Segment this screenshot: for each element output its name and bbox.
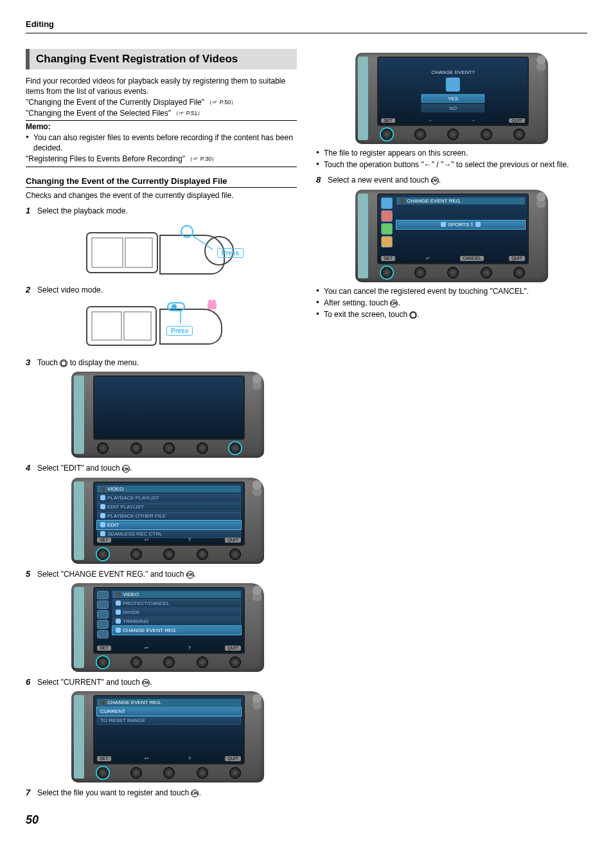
crossref-page: （☞ P.50） bbox=[206, 100, 236, 106]
hw-button[interactable] bbox=[130, 767, 142, 779]
softkey-back[interactable]: ↩ bbox=[139, 756, 154, 761]
memo-list: You can also register files to events be… bbox=[26, 132, 297, 153]
hw-button[interactable] bbox=[130, 656, 142, 668]
softkey-cancel[interactable]: CANCEL bbox=[460, 256, 483, 261]
softkey-set[interactable]: SET bbox=[381, 118, 395, 123]
hw-button[interactable] bbox=[447, 129, 459, 140]
hw-button[interactable] bbox=[481, 267, 492, 278]
softkey-quit[interactable]: QUIT bbox=[225, 646, 241, 651]
hardware-buttons bbox=[93, 764, 245, 779]
figure-step-1: Press bbox=[39, 220, 297, 280]
menu-item-selected[interactable]: CHANGE EVENT REG. bbox=[112, 626, 241, 635]
softkey-set[interactable]: SET bbox=[381, 256, 395, 261]
camcorder-icon bbox=[84, 299, 251, 350]
hardware-buttons bbox=[377, 264, 529, 278]
note-bullet: You can cancel the registered event by t… bbox=[316, 286, 587, 296]
menu-item-selected[interactable]: EDIT bbox=[97, 521, 241, 529]
step-text: Touch to display the menu. bbox=[37, 357, 297, 368]
softkey-set[interactable]: SET bbox=[97, 538, 111, 543]
side-icon bbox=[97, 610, 109, 619]
menu-button[interactable] bbox=[513, 129, 525, 140]
ok-icon: OK bbox=[142, 679, 150, 687]
press-label: Press bbox=[217, 248, 244, 258]
hw-button[interactable] bbox=[197, 656, 208, 668]
hw-button[interactable] bbox=[163, 767, 175, 779]
crossref-page: （☞ P.51） bbox=[173, 110, 203, 116]
memo-crossref: "Registering Files to Events Before Reco… bbox=[26, 154, 297, 163]
softkey-quit[interactable]: QUIT bbox=[225, 538, 241, 543]
hw-button[interactable] bbox=[197, 442, 208, 454]
hardware-buttons bbox=[377, 126, 529, 140]
hw-button[interactable] bbox=[481, 129, 492, 140]
menu-item-selected[interactable]: SPORTS 1 bbox=[396, 221, 525, 229]
hw-button[interactable] bbox=[414, 267, 426, 278]
ok-button[interactable] bbox=[97, 442, 109, 454]
lcd-screen: 🎥 VIDEO PROTECT/CANCEL DIVIDE TRIMMING C… bbox=[93, 587, 245, 654]
ok-button[interactable] bbox=[97, 767, 109, 779]
menu-item[interactable]: TO RESET RANGE bbox=[97, 716, 241, 725]
softkey-set[interactable]: SET bbox=[97, 646, 111, 651]
note-text-a: After setting, touch bbox=[324, 298, 390, 307]
lcd-screen: 🎥 CHANGE EVENT REG. CURRENT TO RESET RAN… bbox=[93, 695, 245, 764]
menu-button[interactable] bbox=[513, 267, 525, 278]
menu-item-selected[interactable]: CURRENT bbox=[97, 707, 241, 716]
softkey-quit[interactable]: QUIT bbox=[225, 756, 241, 761]
dialog-no[interactable]: NO bbox=[422, 104, 484, 113]
menu-button[interactable] bbox=[229, 442, 241, 454]
crossref-text: "Registering Files to Events Before Reco… bbox=[26, 154, 185, 163]
softkey-back[interactable]: ↩ bbox=[139, 646, 154, 651]
softkey-back[interactable]: ↩ bbox=[421, 256, 435, 261]
hw-button[interactable] bbox=[197, 767, 208, 779]
ok-button[interactable] bbox=[97, 656, 109, 668]
hw-button[interactable] bbox=[163, 656, 175, 668]
menu-item[interactable]: PLAYBACK PLAYLIST bbox=[97, 494, 241, 502]
softkey-left[interactable]: ← bbox=[423, 118, 438, 123]
side-icon bbox=[381, 210, 393, 222]
softkey-help[interactable]: ? bbox=[182, 646, 197, 651]
note-bullet: After setting, touch OK. bbox=[316, 298, 587, 308]
lcd-screen: 🎥 VIDEO PLAYBACK PLAYLIST EDIT PLAYLIST … bbox=[93, 482, 245, 546]
step-number: 2 bbox=[26, 285, 33, 294]
note-list-8: You can cancel the registered event by t… bbox=[316, 286, 587, 320]
memo-rule-top bbox=[26, 120, 297, 121]
softkey-quit[interactable]: QUIT bbox=[509, 118, 525, 123]
softkey-set[interactable]: SET bbox=[97, 756, 111, 761]
hw-button[interactable] bbox=[163, 548, 175, 560]
menu-item[interactable]: TRIMMING bbox=[112, 617, 241, 626]
rec-icon bbox=[100, 531, 105, 536]
softkey-right[interactable]: → bbox=[466, 118, 481, 123]
menu-item[interactable]: PROTECT/CANCEL bbox=[112, 599, 241, 608]
svg-rect-12 bbox=[208, 303, 217, 309]
menu-item[interactable]: DIVIDE bbox=[112, 608, 241, 617]
ok-button[interactable] bbox=[381, 129, 393, 140]
menu-item[interactable]: PLAYBACK OTHER FILE bbox=[97, 512, 241, 520]
step-text-a: Select a new event and touch bbox=[328, 176, 431, 185]
figure-step-2: Press bbox=[39, 299, 297, 352]
hw-button[interactable] bbox=[130, 548, 142, 560]
note-bullet: Touch the operation buttons "←" / "→" to… bbox=[316, 159, 587, 170]
menu-button[interactable] bbox=[229, 656, 241, 668]
selected-event-label: SPORTS 1 bbox=[448, 222, 473, 228]
hw-button[interactable] bbox=[130, 442, 142, 454]
ok-button[interactable] bbox=[381, 267, 393, 278]
softkey-quit[interactable]: QUIT bbox=[509, 256, 525, 261]
menu-item[interactable]: EDIT PLAYLIST bbox=[97, 503, 241, 511]
menu-button[interactable] bbox=[229, 767, 241, 779]
softkey-back[interactable]: ↩ bbox=[139, 538, 154, 543]
ok-button[interactable] bbox=[97, 548, 109, 560]
dialog-title: CHANGE EVENT? bbox=[401, 69, 505, 75]
menu-button[interactable] bbox=[229, 548, 241, 560]
step-5: 5 Select "CHANGE EVENT REG." and touch O… bbox=[26, 569, 297, 579]
step-6: 6 Select "CURRENT" and touch OK. bbox=[26, 677, 297, 687]
menu-icon bbox=[409, 311, 417, 319]
figure-step-8: 🎥 CHANGE EVENT REG. SPORTS 1 SET ↩ CANCE… bbox=[316, 190, 587, 282]
hw-button[interactable] bbox=[163, 442, 175, 454]
softkey-help[interactable]: ? bbox=[182, 756, 197, 761]
hw-button[interactable] bbox=[447, 267, 459, 278]
hw-button[interactable] bbox=[414, 129, 426, 140]
wrench-icon bbox=[100, 522, 105, 527]
hw-button[interactable] bbox=[197, 548, 208, 560]
softkey-help[interactable]: ? bbox=[182, 538, 197, 543]
dialog-yes[interactable]: YES bbox=[422, 95, 484, 103]
step-text-a: Touch bbox=[37, 358, 60, 367]
